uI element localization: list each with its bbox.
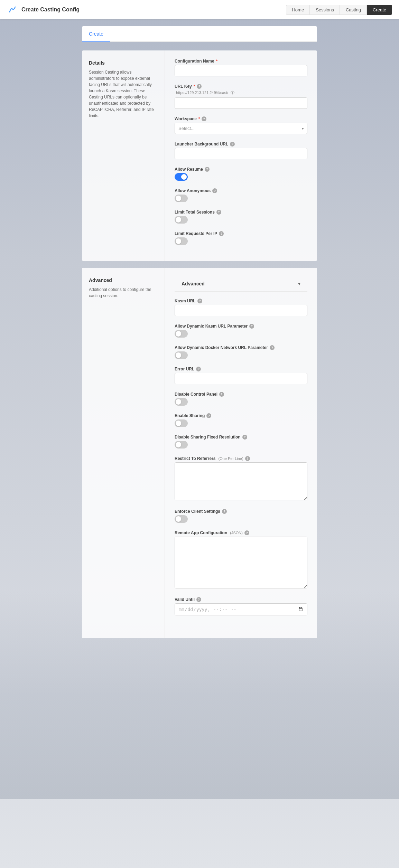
- allow-anonymous-toggle[interactable]: [175, 195, 188, 202]
- header-left: Create Casting Config: [7, 4, 80, 15]
- advanced-right: Advanced ▾ Kasm URL ?: [165, 268, 317, 638]
- enforce-client-settings-toggle[interactable]: [175, 515, 188, 523]
- config-name-field: Configuration Name *: [175, 59, 307, 76]
- details-right: Configuration Name * URL Key * ? https:/…: [165, 50, 317, 261]
- enforce-client-settings-label: Enforce Client Settings ?: [175, 509, 307, 514]
- launcher-bg-url-field: Launcher Background URL ?: [175, 142, 307, 159]
- limit-requests-per-ip-label: Limit Requests Per IP ?: [175, 231, 307, 236]
- allow-dynamic-kasm-url-toggle-wrapper: [175, 330, 307, 338]
- launcher-bg-url-input[interactable]: [175, 148, 307, 159]
- details-left: Details Session Casting allows administr…: [82, 50, 165, 261]
- nav-tab-casting[interactable]: Casting: [340, 5, 367, 15]
- allow-resume-toggle[interactable]: [175, 173, 188, 181]
- allow-resume-help-icon[interactable]: ?: [205, 167, 210, 172]
- nav-tab-home[interactable]: Home: [286, 5, 310, 15]
- url-key-help-icon[interactable]: ?: [197, 84, 202, 89]
- allow-dynamic-docker-network-slider: [175, 351, 188, 359]
- details-heading: Details: [89, 60, 158, 66]
- details-row: Details Session Casting allows administr…: [82, 50, 317, 261]
- limit-requests-per-ip-field: Limit Requests Per IP ?: [175, 231, 307, 245]
- workspace-help-icon[interactable]: ?: [202, 116, 206, 121]
- allow-dynamic-docker-network-field: Allow Dynamic Docker Network URL Paramet…: [175, 345, 307, 359]
- limit-requests-per-ip-help-icon[interactable]: ?: [219, 231, 224, 236]
- config-name-input[interactable]: [175, 65, 307, 76]
- page-title: Create Casting Config: [21, 7, 80, 13]
- nav-tab-sessions[interactable]: Sessions: [310, 5, 340, 15]
- url-key-field: URL Key * ? https://129.213.121.249/#/ca…: [175, 84, 307, 109]
- disable-sharing-fixed-resolution-help-icon[interactable]: ?: [242, 435, 247, 440]
- restrict-to-referrers-textarea[interactable]: [175, 462, 307, 500]
- valid-until-label: Valid Until ?: [175, 597, 307, 602]
- restrict-to-referrers-help-icon[interactable]: ?: [245, 456, 250, 461]
- workspace-field: Workspace * ? Select... ▾: [175, 116, 307, 134]
- enforce-client-settings-field: Enforce Client Settings ?: [175, 509, 307, 523]
- remote-app-config-help-icon[interactable]: ?: [244, 530, 249, 535]
- workspace-required: *: [198, 116, 200, 121]
- error-url-input[interactable]: [175, 373, 307, 384]
- valid-until-field: Valid Until ?: [175, 597, 307, 615]
- allow-resume-field: Allow Resume ?: [175, 167, 307, 181]
- valid-until-help-icon[interactable]: ?: [196, 597, 201, 602]
- remote-app-config-textarea[interactable]: [175, 537, 307, 588]
- tab-create[interactable]: Create: [82, 26, 110, 42]
- remote-app-config-note: (JSON): [230, 531, 243, 535]
- url-key-label: URL Key * ?: [175, 84, 307, 89]
- limit-total-sessions-toggle-wrapper: [175, 216, 307, 224]
- limit-total-sessions-toggle[interactable]: [175, 216, 188, 224]
- allow-dynamic-docker-network-help-icon[interactable]: ?: [270, 345, 275, 350]
- workspace-select[interactable]: Select...: [175, 123, 307, 134]
- disable-control-panel-field: Disable Control Panel ?: [175, 392, 307, 406]
- remote-app-config-label: Remote App Configuration (JSON) ?: [175, 530, 307, 535]
- launcher-bg-url-help-icon[interactable]: ?: [230, 142, 235, 147]
- allow-anonymous-toggle-wrapper: [175, 195, 307, 202]
- nav-tab-create[interactable]: Create: [367, 5, 392, 15]
- enable-sharing-toggle[interactable]: [175, 419, 188, 427]
- allow-anonymous-help-icon[interactable]: ?: [212, 188, 217, 193]
- valid-until-input[interactable]: [175, 603, 307, 615]
- disable-sharing-fixed-resolution-toggle[interactable]: [175, 441, 188, 449]
- allow-anonymous-slider: [175, 195, 188, 202]
- config-name-required: *: [216, 59, 218, 64]
- disable-control-panel-toggle[interactable]: [175, 398, 188, 406]
- advanced-section: Advanced Additional options to configure…: [82, 268, 317, 638]
- disable-sharing-fixed-resolution-toggle-wrapper: [175, 441, 307, 449]
- kasm-url-field: Kasm URL ?: [175, 299, 307, 316]
- page-container: Create Details Session Casting allows ad…: [75, 19, 324, 652]
- enable-sharing-help-icon[interactable]: ?: [206, 413, 211, 418]
- advanced-collapsible-header[interactable]: Advanced ▾: [175, 276, 307, 292]
- restrict-to-referrers-label: Restrict To Referrers (One Per Line) ?: [175, 456, 307, 461]
- launcher-bg-url-label: Launcher Background URL ?: [175, 142, 307, 147]
- app-header: Create Casting Config Home Sessions Cast…: [0, 0, 399, 19]
- remote-app-config-field: Remote App Configuration (JSON) ?: [175, 530, 307, 589]
- allow-dynamic-docker-network-toggle[interactable]: [175, 351, 188, 359]
- allow-resume-label: Allow Resume ?: [175, 167, 307, 172]
- allow-resume-slider: [175, 173, 188, 181]
- allow-dynamic-kasm-url-toggle[interactable]: [175, 330, 188, 338]
- limit-total-sessions-slider: [175, 216, 188, 224]
- top-nav: Home Sessions Casting Create: [286, 5, 392, 15]
- enforce-client-settings-help-icon[interactable]: ?: [222, 509, 227, 514]
- limit-requests-per-ip-toggle-wrapper: [175, 237, 307, 245]
- url-key-input[interactable]: [175, 97, 307, 109]
- advanced-fields-container: Kasm URL ? Allow Dynamic Kasm URL Parame…: [175, 292, 307, 630]
- disable-control-panel-help-icon[interactable]: ?: [219, 392, 224, 397]
- advanced-heading: Advanced: [89, 277, 158, 283]
- kasm-url-input[interactable]: [175, 305, 307, 316]
- enforce-client-settings-slider: [175, 515, 188, 523]
- url-key-required: *: [194, 84, 195, 89]
- details-description: Session Casting allows administrators to…: [89, 69, 158, 119]
- kasm-url-help-icon[interactable]: ?: [197, 299, 202, 303]
- details-section: Details Session Casting allows administr…: [82, 50, 317, 261]
- allow-dynamic-kasm-url-field: Allow Dynamic Kasm URL Parameter ?: [175, 324, 307, 338]
- limit-total-sessions-help-icon[interactable]: ?: [216, 210, 221, 215]
- limit-requests-per-ip-toggle[interactable]: [175, 237, 188, 245]
- enable-sharing-toggle-wrapper: [175, 419, 307, 427]
- error-url-label: Error URL ?: [175, 367, 307, 371]
- svg-point-0: [9, 11, 10, 12]
- allow-dynamic-kasm-url-help-icon[interactable]: ?: [249, 324, 254, 329]
- disable-sharing-fixed-resolution-field: Disable Sharing Fixed Resolution ?: [175, 435, 307, 449]
- limit-requests-per-ip-slider: [175, 237, 188, 245]
- error-url-field: Error URL ?: [175, 367, 307, 384]
- limit-total-sessions-field: Limit Total Sessions ?: [175, 210, 307, 224]
- error-url-help-icon[interactable]: ?: [196, 367, 201, 371]
